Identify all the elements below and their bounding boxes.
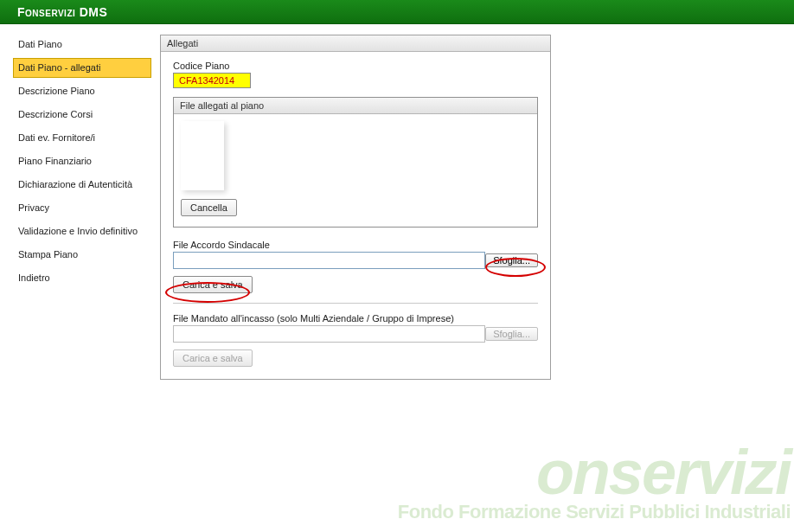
- file-allegati-fieldset: File allegati al piano Cancella: [173, 97, 538, 228]
- app-header: Fonservizi DMS: [0, 0, 794, 24]
- accordo-sfoglia-button[interactable]: Sfoglia...: [485, 253, 538, 267]
- sidebar-item-privacy[interactable]: Privacy: [13, 198, 151, 218]
- allegati-panel: Allegati Codice Piano CFA1342014 File al…: [160, 35, 551, 380]
- sidebar-item-descrizione-piano[interactable]: Descrizione Piano: [13, 81, 151, 101]
- sidebar-item-piano-finanziario[interactable]: Piano Finanziario: [13, 151, 151, 171]
- panel-title: Allegati: [161, 35, 550, 52]
- app-title: Fonservizi DMS: [17, 5, 107, 19]
- sidebar-item-stampa-piano[interactable]: Stampa Piano: [13, 245, 151, 265]
- sidebar: Dati Piano Dati Piano - allegati Descriz…: [0, 24, 151, 532]
- cancella-button[interactable]: Cancella: [181, 199, 237, 216]
- sidebar-item-descrizione-corsi[interactable]: Descrizione Corsi: [13, 105, 151, 125]
- codice-piano-value: CFA1342014: [173, 73, 251, 88]
- sidebar-item-dati-piano[interactable]: Dati Piano: [13, 35, 151, 54]
- fieldset-title: File allegati al piano: [174, 98, 537, 114]
- accordo-sindacale-label: File Accordo Sindacale: [173, 240, 538, 250]
- codice-piano-label: Codice Piano: [173, 61, 538, 71]
- sidebar-item-dati-fornitore[interactable]: Dati ev. Fornitore/i: [13, 128, 151, 148]
- divider: [173, 303, 538, 304]
- accordo-carica-button[interactable]: Carica e salva: [173, 276, 253, 293]
- mandato-carica-button: Carica e salva: [173, 349, 253, 367]
- content-area: Allegati Codice Piano CFA1342014 File al…: [151, 24, 794, 532]
- sidebar-item-dichiarazione[interactable]: Dichiarazione di Autenticità: [13, 175, 151, 195]
- mandato-sfoglia-button: Sfoglia...: [485, 327, 538, 341]
- mandato-incasso-input: [173, 325, 485, 343]
- sidebar-item-validazione[interactable]: Validazione e Invio definitivo: [13, 221, 151, 241]
- file-thumbnail[interactable]: [181, 121, 224, 190]
- sidebar-item-indietro[interactable]: Indietro: [13, 268, 151, 288]
- mandato-incasso-label: File Mandato all'incasso (solo Multi Azi…: [173, 313, 538, 324]
- sidebar-item-dati-piano-allegati[interactable]: Dati Piano - allegati: [13, 58, 151, 78]
- accordo-sindacale-input[interactable]: [173, 252, 485, 269]
